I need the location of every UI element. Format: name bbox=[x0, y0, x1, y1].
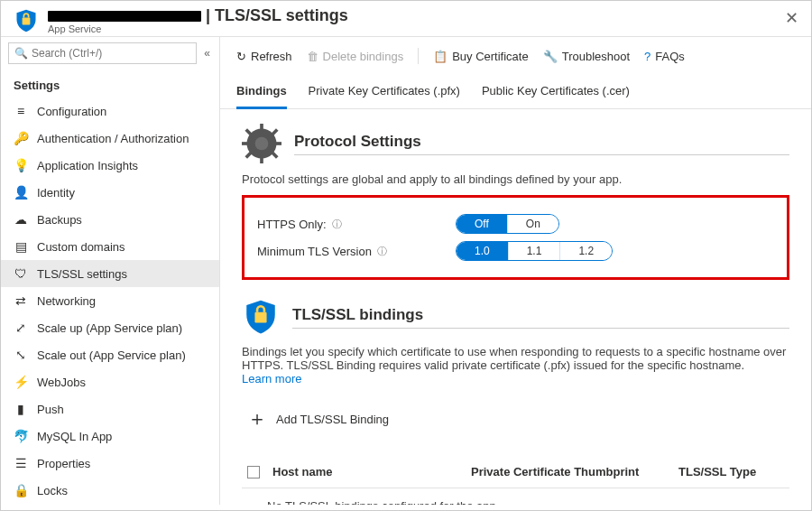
sidebar-item-configuration[interactable]: ≡Configuration bbox=[1, 98, 219, 125]
nav-icon: 💡 bbox=[14, 158, 28, 172]
sidebar-item-tls-ssl[interactable]: 🛡TLS/SSL settings bbox=[1, 260, 219, 287]
sidebar-item-properties[interactable]: ☰Properties bbox=[1, 450, 219, 477]
nav-label: TLS/SSL settings bbox=[37, 267, 127, 281]
sidebar-section-label: Settings bbox=[1, 70, 219, 98]
nav-label: Custom domains bbox=[37, 240, 125, 254]
select-all-checkbox[interactable] bbox=[247, 466, 260, 478]
nav-label: WebJobs bbox=[37, 376, 86, 389]
search-input[interactable]: 🔍 bbox=[8, 42, 197, 64]
svg-rect-5 bbox=[242, 142, 248, 145]
protocol-settings-desc: Protocol settings are global and apply t… bbox=[242, 172, 789, 186]
sidebar-item-scale-out[interactable]: ⤡Scale out (App Service plan) bbox=[1, 341, 219, 368]
search-icon: 🔍 bbox=[14, 47, 28, 60]
tabs: Bindings Private Key Certificates (.pfx)… bbox=[220, 77, 811, 109]
nav-icon: ▮ bbox=[14, 402, 28, 416]
tab-cer[interactable]: Public Key Certificates (.cer) bbox=[482, 77, 630, 108]
sidebar: 🔍 « Settings ≡Configuration🔑Authenticati… bbox=[1, 37, 220, 505]
pill-option[interactable]: On bbox=[507, 215, 558, 233]
main-panel: ↻Refresh 🗑Delete bindings 📋Buy Certifica… bbox=[220, 37, 811, 505]
tab-pfx[interactable]: Private Key Certificates (.pfx) bbox=[309, 77, 460, 108]
min-tls-label: Minimum TLS Versionⓘ bbox=[257, 245, 456, 258]
refresh-button[interactable]: ↻Refresh bbox=[236, 50, 292, 63]
faqs-button[interactable]: ?FAQs bbox=[644, 50, 685, 63]
nav-label: Networking bbox=[37, 294, 96, 308]
buy-certificate-button[interactable]: 📋Buy Certificate bbox=[433, 50, 529, 63]
svg-rect-0 bbox=[23, 17, 31, 24]
sidebar-item-backups[interactable]: ☁Backups bbox=[1, 206, 219, 233]
shield-icon bbox=[242, 298, 280, 336]
nav-icon: ☁ bbox=[14, 212, 28, 227]
nav-label: Authentication / Authorization bbox=[37, 132, 189, 145]
sidebar-item-appinsights[interactable]: 💡Application Insights bbox=[1, 152, 219, 179]
learn-more-link[interactable]: Learn more bbox=[242, 372, 301, 386]
pill-option[interactable]: Off bbox=[457, 215, 507, 233]
nav-label: Application Insights bbox=[37, 159, 138, 172]
col-host[interactable]: Host name bbox=[272, 465, 471, 478]
buy-icon: 📋 bbox=[433, 50, 448, 63]
sidebar-item-auth[interactable]: 🔑Authentication / Authorization bbox=[1, 125, 219, 152]
sidebar-item-scale-up[interactable]: ⤢Scale up (App Service plan) bbox=[1, 314, 219, 341]
nav-icon: ☰ bbox=[14, 456, 28, 470]
page-subtitle: App Service bbox=[48, 23, 348, 34]
tab-bindings[interactable]: Bindings bbox=[236, 77, 287, 109]
sidebar-item-locks[interactable]: 🔒Locks bbox=[1, 477, 219, 504]
nav-icon: ⚡ bbox=[14, 375, 28, 389]
info-icon[interactable]: ⓘ bbox=[377, 245, 387, 258]
sidebar-item-webjobs[interactable]: ⚡WebJobs bbox=[1, 368, 219, 395]
svg-rect-4 bbox=[260, 157, 263, 163]
highlight-box: HTTPS Only:ⓘ OffOn Minimum TLS Versionⓘ … bbox=[242, 195, 789, 280]
pill-option[interactable]: 1.0 bbox=[457, 242, 508, 260]
sidebar-item-networking[interactable]: ⇄Networking bbox=[1, 287, 219, 314]
sidebar-item-identity[interactable]: 👤Identity bbox=[1, 179, 219, 206]
sidebar-item-mysql[interactable]: 🐬MySQL In App bbox=[1, 423, 219, 450]
nav-icon: ▤ bbox=[14, 239, 28, 254]
https-only-toggle[interactable]: OffOn bbox=[456, 214, 559, 234]
bindings-heading: TLS/SSL bindings bbox=[292, 306, 789, 329]
plus-icon: ＋ bbox=[247, 405, 267, 432]
min-tls-selector[interactable]: 1.01.11.2 bbox=[456, 241, 613, 261]
col-thumb[interactable]: Private Certificate Thumbprint bbox=[471, 465, 678, 478]
nav-label: Scale out (App Service plan) bbox=[37, 348, 186, 362]
nav-icon: ≡ bbox=[14, 104, 28, 118]
col-type[interactable]: TLS/SSL Type bbox=[678, 465, 784, 478]
protocol-settings-heading: Protocol Settings bbox=[294, 133, 789, 155]
nav-label: MySQL In App bbox=[37, 430, 112, 443]
collapse-sidebar-icon[interactable]: « bbox=[202, 45, 212, 61]
nav-label: Properties bbox=[37, 457, 90, 470]
help-icon: ? bbox=[644, 50, 651, 63]
svg-rect-6 bbox=[275, 142, 281, 145]
command-bar: ↻Refresh 🗑Delete bindings 📋Buy Certifica… bbox=[220, 44, 811, 73]
https-only-label: HTTPS Only:ⓘ bbox=[257, 218, 456, 231]
add-binding-button[interactable]: ＋ Add TLS/SSL Binding bbox=[242, 395, 789, 443]
pill-option[interactable]: 1.2 bbox=[559, 242, 612, 260]
refresh-icon: ↻ bbox=[236, 50, 246, 63]
nav-label: Configuration bbox=[37, 105, 106, 118]
nav-icon: 🛡 bbox=[14, 266, 28, 281]
window-header: | TLS/SSL settings App Service ✕ bbox=[1, 1, 811, 37]
svg-rect-3 bbox=[260, 124, 263, 130]
trash-icon: 🗑 bbox=[307, 50, 318, 63]
svg-rect-11 bbox=[254, 312, 266, 323]
delete-bindings-button: 🗑Delete bindings bbox=[307, 50, 404, 63]
close-icon[interactable]: ✕ bbox=[785, 8, 798, 28]
sidebar-item-push[interactable]: ▮Push bbox=[1, 395, 219, 423]
bindings-empty-message: No TLS/SSL bindings configured for the a… bbox=[242, 488, 789, 505]
pill-option[interactable]: 1.1 bbox=[508, 242, 560, 260]
nav-label: Scale up (App Service plan) bbox=[37, 321, 182, 335]
bindings-desc: Bindings let you specify which certifica… bbox=[242, 345, 789, 386]
gear-icon bbox=[242, 124, 281, 163]
troubleshoot-button[interactable]: 🔧Troubleshoot bbox=[543, 50, 630, 63]
nav-icon: ⇄ bbox=[14, 293, 28, 308]
svg-point-2 bbox=[255, 137, 269, 151]
nav-icon: 🔑 bbox=[14, 131, 28, 145]
wrench-icon: 🔧 bbox=[543, 50, 558, 63]
nav-icon: 🔒 bbox=[14, 483, 28, 497]
info-icon[interactable]: ⓘ bbox=[332, 218, 342, 231]
sidebar-item-custom-domains[interactable]: ▤Custom domains bbox=[1, 233, 219, 260]
nav-label: Locks bbox=[37, 484, 68, 497]
bindings-table-header: Host name Private Certificate Thumbprint… bbox=[242, 456, 789, 488]
nav-icon: 🐬 bbox=[14, 429, 28, 443]
shield-icon bbox=[14, 8, 39, 33]
nav-icon: ⤢ bbox=[14, 321, 28, 335]
nav-label: Identity bbox=[37, 186, 75, 200]
